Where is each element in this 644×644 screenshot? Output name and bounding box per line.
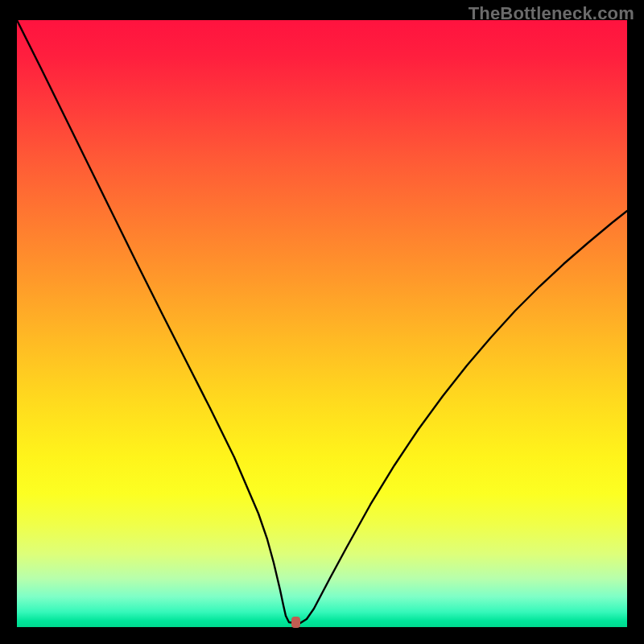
curve-svg — [17, 20, 627, 627]
chart-frame: TheBottleneck.com — [0, 0, 644, 644]
bottleneck-curve — [17, 20, 627, 623]
plot-area — [17, 20, 627, 627]
optimum-marker — [291, 617, 300, 628]
